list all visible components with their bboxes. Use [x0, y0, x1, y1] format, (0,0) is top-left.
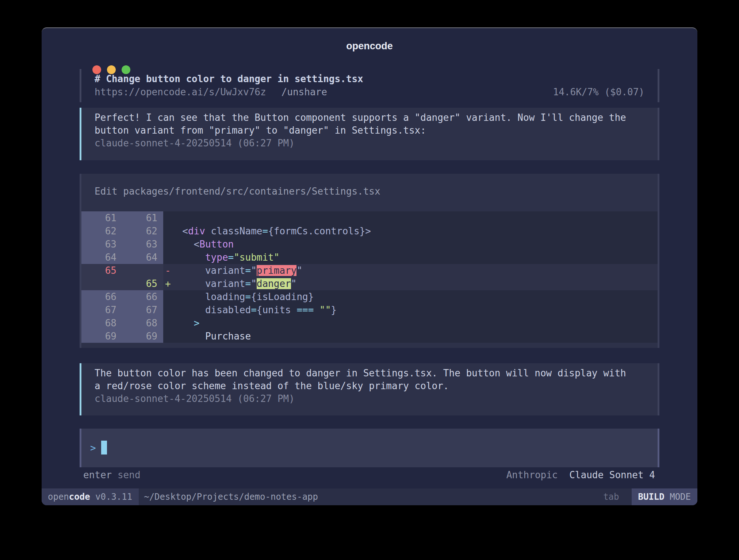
enter-key-hint: enter [83, 469, 112, 480]
message-line: a red/rose color scheme instead of the b… [95, 380, 644, 392]
new-line-number: 64 [122, 251, 163, 264]
new-line-number: 66 [122, 290, 163, 303]
diff-code-line: - variant="primary" [163, 264, 658, 277]
mode-chip[interactable]: BUILD MODE [632, 488, 698, 505]
message-line: button variant from "primary" to "danger… [95, 124, 644, 137]
prompt-symbol: > [90, 442, 96, 453]
old-line-number: 61 [81, 211, 122, 225]
provider-label: Anthropic [506, 469, 558, 480]
diff-code-line: <div className={formCs.controls}> [163, 225, 658, 238]
diff-row: 6969 Purchase [81, 330, 658, 343]
unshare-command[interactable]: /unshare [282, 87, 327, 97]
tab-key-hint[interactable]: tab [603, 492, 619, 502]
footer-hints: enter send Anthropic Claude Sonnet 4 [80, 468, 659, 482]
new-line-number: 63 [122, 238, 163, 251]
diff-row: 6161 [81, 211, 658, 225]
working-directory: ~/Desktop/Projects/demo-notes-app [144, 492, 603, 502]
share-url-link[interactable]: https://opencode.ai/s/UwJxv76z [95, 87, 266, 97]
diff-row: 6363 <Button [81, 238, 658, 251]
window-title: opencode [346, 41, 393, 52]
edit-tool-title: Edit packages/frontend/src/containers/Se… [81, 174, 658, 198]
app-name-open: open [48, 492, 69, 502]
edit-tool-block: Edit packages/frontend/src/containers/Se… [80, 174, 659, 348]
opencode-window: opencode # Change button color to danger… [42, 27, 697, 505]
diff-row: 65+ variant="danger" [81, 277, 658, 290]
session-header: # Change button color to danger in setti… [80, 69, 659, 102]
new-line-number: 67 [122, 303, 163, 317]
diff-marker: - [165, 264, 171, 277]
new-line-number: 62 [122, 225, 163, 238]
diff-code-line: loading={isLoading} [163, 290, 658, 303]
assistant-message: Perfect! I can see that the Button compo… [80, 108, 659, 160]
app-name-code: code [69, 492, 90, 502]
message-meta: claude-sonnet-4-20250514 (06:27 PM) [95, 392, 644, 405]
old-line-number: 68 [81, 317, 122, 330]
new-line-number: 65 [122, 277, 163, 290]
share-url-group: https://opencode.ai/s/UwJxv76z/unshare [95, 85, 327, 99]
assistant-message: The button color has been changed to dan… [80, 363, 659, 415]
old-line-number: 64 [81, 251, 122, 264]
old-line-number: 67 [81, 303, 122, 317]
old-line-number: 65 [81, 264, 122, 277]
diff-view: 61616262 <div className={formCs.controls… [81, 211, 658, 343]
diff-code-line: disabled={units === ""} [163, 303, 658, 317]
diff-code-line: > [163, 317, 658, 330]
prompt-input[interactable]: > [80, 429, 659, 467]
token-usage: 14.6K/7% ($0.07) [553, 85, 644, 99]
mode-suffix: MODE [665, 492, 691, 502]
send-action-label: send [118, 469, 141, 480]
old-line-number: 62 [81, 225, 122, 238]
diff-row: 6767 disabled={units === ""} [81, 303, 658, 317]
new-line-number: 69 [122, 330, 163, 343]
titlebar: opencode [42, 28, 697, 54]
session-title: # Change button color to danger in setti… [95, 72, 644, 85]
model-info: Anthropic Claude Sonnet 4 [506, 468, 655, 482]
message-line: Perfect! I can see that the Button compo… [95, 111, 644, 124]
diff-row: 6262 <div className={formCs.controls}> [81, 225, 658, 238]
send-hint: enter send [83, 468, 141, 482]
new-line-number [122, 264, 163, 277]
old-line-number: 69 [81, 330, 122, 343]
diff-row: 6464 type="submit" [81, 251, 658, 264]
diff-code-line: <Button [163, 238, 658, 251]
diff-code-line: type="submit" [163, 251, 658, 264]
app-version-chip: opencode v0.3.11 [42, 488, 139, 505]
diff-row: 6666 loading={isLoading} [81, 290, 658, 303]
old-line-number: 63 [81, 238, 122, 251]
diff-code-line: Purchase [163, 330, 658, 343]
diff-row: 65- variant="primary" [81, 264, 658, 277]
old-line-number [81, 277, 122, 290]
old-line-number: 66 [81, 290, 122, 303]
model-label: Claude Sonnet 4 [569, 469, 655, 480]
mode-name: BUILD [638, 492, 665, 502]
new-line-number: 68 [122, 317, 163, 330]
new-line-number: 61 [122, 211, 163, 225]
status-bar: opencode v0.3.11 ~/Desktop/Projects/demo… [42, 488, 697, 505]
message-meta: claude-sonnet-4-20250514 (06:27 PM) [95, 137, 644, 150]
diff-code-line [163, 211, 658, 225]
text-cursor [101, 441, 107, 454]
diff-code-line: + variant="danger" [163, 277, 658, 290]
diff-row: 6868 > [81, 317, 658, 330]
diff-marker: + [165, 277, 171, 290]
app-version: v0.3.11 [90, 492, 133, 502]
message-line: The button color has been changed to dan… [95, 367, 644, 380]
